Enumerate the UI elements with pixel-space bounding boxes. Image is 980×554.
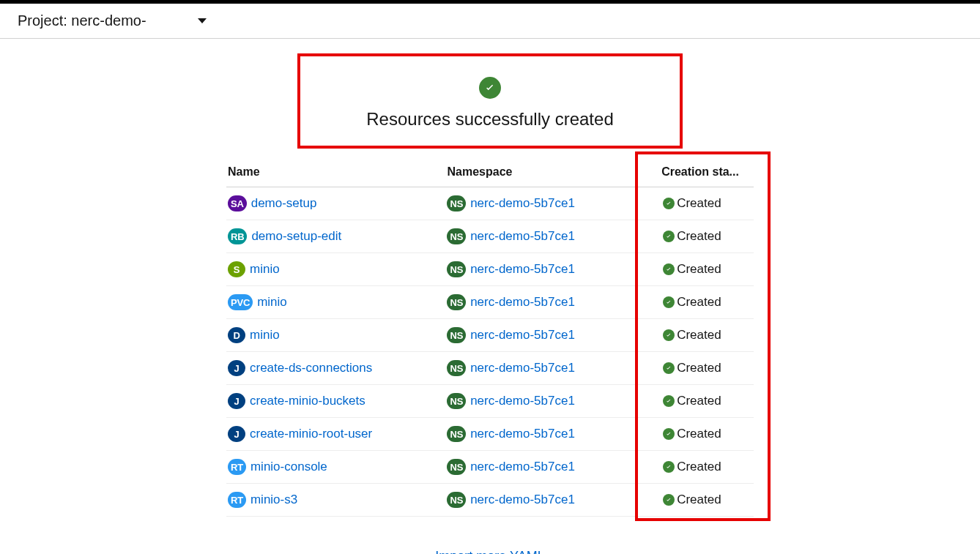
- resources-table: Name Namespace Creation sta... SAdemo-se…: [226, 157, 754, 517]
- status-text: Created: [677, 427, 721, 441]
- banner-title: Resources successfully created: [366, 109, 613, 130]
- namespace-link[interactable]: nerc-demo-5b7ce1: [470, 229, 575, 244]
- namespace-link[interactable]: nerc-demo-5b7ce1: [470, 196, 575, 211]
- table-header-row: Name Namespace Creation sta...: [226, 157, 754, 187]
- resource-type-badge: J: [228, 426, 245, 442]
- check-circle-icon: [479, 77, 501, 99]
- namespace-link[interactable]: nerc-demo-5b7ce1: [470, 493, 575, 507]
- resource-type-badge: J: [228, 393, 245, 409]
- namespace-link[interactable]: nerc-demo-5b7ce1: [470, 361, 575, 375]
- resource-name-link[interactable]: create-minio-buckets: [250, 394, 365, 408]
- import-more-yaml-link[interactable]: Import more YAML: [435, 549, 544, 554]
- table-row: SminioNSnerc-demo-5b7ce1Created: [226, 253, 754, 286]
- resource-name-link[interactable]: minio: [257, 295, 287, 310]
- header-status[interactable]: Creation sta...: [641, 157, 754, 187]
- status-check-icon: [663, 329, 675, 341]
- success-banner: Resources successfully created: [297, 53, 682, 149]
- project-bar: Project: nerc-demo-: [0, 4, 980, 39]
- status-text: Created: [677, 493, 721, 507]
- resource-name-link[interactable]: minio: [250, 262, 280, 277]
- header-name[interactable]: Name: [226, 157, 445, 187]
- namespace-badge: NS: [447, 426, 466, 442]
- resource-name-link[interactable]: create-ds-connections: [250, 361, 372, 375]
- namespace-badge: NS: [447, 492, 466, 508]
- header-namespace[interactable]: Namespace: [445, 157, 641, 187]
- namespace-link[interactable]: nerc-demo-5b7ce1: [470, 262, 575, 277]
- status-check-icon: [663, 428, 675, 440]
- namespace-link[interactable]: nerc-demo-5b7ce1: [470, 328, 575, 342]
- status-text: Created: [677, 196, 721, 211]
- resources-table-wrap: Name Namespace Creation sta... SAdemo-se…: [226, 157, 754, 517]
- project-dropdown[interactable]: Project: nerc-demo-: [18, 12, 207, 29]
- table-row: RBdemo-setup-editNSnerc-demo-5b7ce1Creat…: [226, 220, 754, 253]
- resource-name-link[interactable]: demo-setup: [251, 196, 317, 211]
- namespace-link[interactable]: nerc-demo-5b7ce1: [470, 427, 575, 441]
- namespace-badge: NS: [447, 327, 466, 343]
- status-text: Created: [677, 361, 721, 375]
- status-text: Created: [677, 460, 721, 474]
- content: Resources successfully created Name Name…: [0, 39, 980, 554]
- resource-name-link[interactable]: minio: [250, 328, 280, 342]
- status-text: Created: [677, 262, 721, 277]
- resource-type-badge: S: [228, 261, 245, 277]
- status-text: Created: [677, 229, 721, 244]
- status-check-icon: [663, 198, 675, 209]
- resource-type-badge: RB: [228, 228, 247, 244]
- resource-type-badge: J: [228, 360, 245, 376]
- namespace-link[interactable]: nerc-demo-5b7ce1: [470, 295, 575, 310]
- resource-type-badge: RT: [228, 492, 246, 508]
- namespace-badge: NS: [447, 459, 466, 475]
- status-text: Created: [677, 295, 721, 310]
- status-check-icon: [663, 231, 675, 242]
- status-check-icon: [663, 296, 675, 308]
- table-row: PVCminioNSnerc-demo-5b7ce1Created: [226, 286, 754, 319]
- status-text: Created: [677, 394, 721, 408]
- status-check-icon: [663, 395, 675, 407]
- resource-type-badge: D: [228, 327, 245, 343]
- namespace-badge: NS: [447, 294, 466, 310]
- resource-type-badge: SA: [228, 195, 247, 212]
- table-row: SAdemo-setupNSnerc-demo-5b7ce1Created: [226, 187, 754, 220]
- table-row: RTminio-s3NSnerc-demo-5b7ce1Created: [226, 484, 754, 517]
- resource-name-link[interactable]: minio-s3: [250, 493, 297, 507]
- namespace-link[interactable]: nerc-demo-5b7ce1: [470, 394, 575, 408]
- resource-type-badge: PVC: [228, 294, 253, 310]
- resource-name-link[interactable]: minio-console: [250, 460, 327, 474]
- project-label: Project: nerc-demo-: [18, 12, 146, 29]
- namespace-badge: NS: [447, 393, 466, 409]
- chevron-down-icon: [198, 18, 207, 23]
- table-row: Jcreate-minio-root-userNSnerc-demo-5b7ce…: [226, 418, 754, 451]
- resource-name-link[interactable]: create-minio-root-user: [250, 427, 372, 441]
- table-row: Jcreate-ds-connectionsNSnerc-demo-5b7ce1…: [226, 352, 754, 385]
- table-row: DminioNSnerc-demo-5b7ce1Created: [226, 319, 754, 352]
- resource-name-link[interactable]: demo-setup-edit: [251, 229, 341, 244]
- status-text: Created: [677, 328, 721, 342]
- namespace-badge: NS: [447, 261, 466, 277]
- status-check-icon: [663, 461, 675, 473]
- resource-type-badge: RT: [228, 459, 246, 475]
- status-check-icon: [663, 362, 675, 374]
- namespace-badge: NS: [447, 195, 466, 212]
- status-check-icon: [663, 494, 675, 506]
- namespace-badge: NS: [447, 228, 466, 244]
- table-row: Jcreate-minio-bucketsNSnerc-demo-5b7ce1C…: [226, 385, 754, 418]
- namespace-badge: NS: [447, 360, 466, 376]
- table-row: RTminio-consoleNSnerc-demo-5b7ce1Created: [226, 451, 754, 484]
- namespace-link[interactable]: nerc-demo-5b7ce1: [470, 460, 575, 474]
- status-check-icon: [663, 263, 675, 275]
